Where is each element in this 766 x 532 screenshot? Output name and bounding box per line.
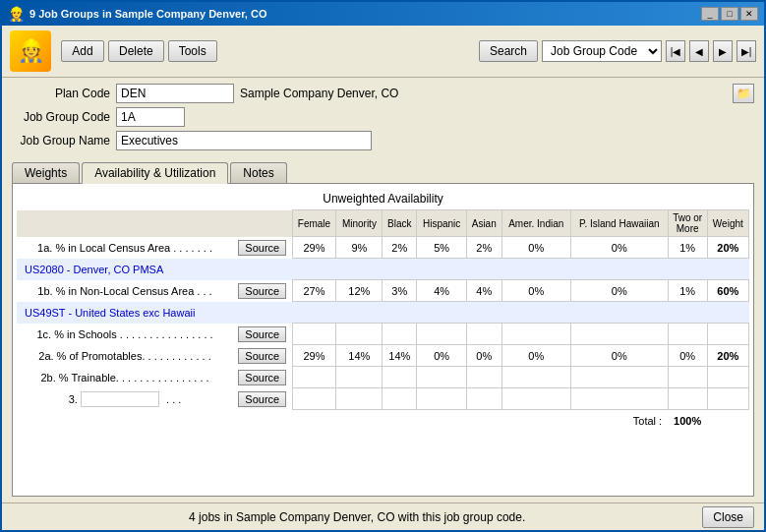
plan-code-row: Plan Code Sample Company Denver, CO 📁 — [12, 84, 754, 103]
row-2a-source-cell: Source — [233, 345, 292, 367]
row-2a-amer-indian: 0% — [501, 345, 570, 367]
row-1a-black: 2% — [383, 237, 417, 259]
plan-code-input[interactable] — [116, 84, 234, 103]
app-icon: 👷 — [10, 30, 51, 72]
row-1a-amer-indian: 0% — [501, 237, 570, 259]
plan-name-text: Sample Company Denver, CO — [240, 87, 398, 100]
total-value: 100% — [668, 410, 707, 432]
toolbar-right: Search Job Group Code Job Group Name |◀ … — [479, 40, 756, 62]
col-female: Female — [292, 210, 336, 237]
row-1a-label: 1a. % in Local Census Area . . . . . . . — [17, 237, 233, 259]
close-window-button[interactable]: ✕ — [740, 7, 758, 21]
nav-prev-button[interactable]: ◀ — [689, 40, 709, 62]
row-1a-source-cell: Source — [233, 237, 292, 259]
row-2a-black: 14% — [383, 345, 417, 367]
col-asian: Asian — [466, 210, 501, 237]
row-1c-female — [292, 324, 336, 345]
tab-availability-utilization[interactable]: Availability & Utilization — [82, 162, 228, 184]
row-3-text-input[interactable] — [81, 391, 159, 407]
row-2b-label: 2b. % Trainable. . . . . . . . . . . . .… — [17, 367, 233, 388]
nav-first-button[interactable]: |◀ — [666, 40, 685, 62]
row-1a-minority: 9% — [336, 237, 383, 259]
delete-button[interactable]: Delete — [108, 40, 164, 62]
row-2b-two-or-more — [668, 367, 707, 388]
search-button[interactable]: Search — [479, 40, 538, 62]
job-group-code-input[interactable] — [116, 107, 185, 127]
nav-last-button[interactable]: ▶| — [737, 40, 756, 62]
col-p-island: P. Island Hawaiian — [570, 210, 668, 237]
job-group-name-input[interactable] — [116, 131, 372, 150]
row-1b-asian: 4% — [466, 280, 501, 302]
row-3-label: 3. . . . — [17, 388, 233, 410]
folder-icon[interactable]: 📁 — [733, 84, 754, 103]
col-amer-indian: Amer. Indian — [501, 210, 570, 237]
row-1c-source-button[interactable]: Source — [238, 326, 286, 342]
job-group-name-label: Job Group Name — [12, 134, 110, 148]
status-text: 4 jobs in Sample Company Denver, CO with… — [12, 510, 702, 524]
row-2b-black — [383, 367, 417, 388]
subrow-1b-text: US49ST - United States exc Hawaii — [17, 302, 749, 324]
table-row: 1b. % in Non-Local Census Area . . . Sou… — [17, 280, 749, 302]
row-1c-two-or-more — [668, 324, 707, 345]
col-weight: Weight — [707, 210, 748, 237]
close-button[interactable]: Close — [702, 506, 754, 528]
row-1a-asian: 2% — [466, 237, 501, 259]
row-2b-p-island — [570, 367, 668, 388]
availability-table: Female Minority Black Hispanic Asian Ame… — [17, 209, 749, 432]
row-2a-hispanic: 0% — [417, 345, 467, 367]
row-1b-two-or-more: 1% — [668, 280, 707, 302]
row-1b-source-button[interactable]: Source — [238, 283, 286, 299]
tools-button[interactable]: Tools — [168, 40, 217, 62]
row-2b-source-button[interactable]: Source — [238, 370, 286, 385]
row-1c-minority — [336, 324, 383, 345]
maximize-button[interactable]: □ — [721, 7, 738, 21]
row-3-weight — [707, 388, 748, 410]
row-3-amer-indian — [501, 388, 570, 410]
row-2a-source-button[interactable]: Source — [238, 348, 286, 364]
row-2a-two-or-more: 0% — [668, 345, 707, 367]
row-2a-female: 29% — [292, 345, 336, 367]
nav-next-button[interactable]: ▶ — [713, 40, 733, 62]
col-black: Black — [383, 210, 417, 237]
tab-content: Unweighted Availability Female Minority … — [12, 184, 754, 497]
titlebar: 👷 9 Job Groups in Sample Company Denver,… — [2, 2, 764, 26]
row-3-minority — [336, 388, 383, 410]
plan-code-label: Plan Code — [12, 87, 110, 100]
row-1b-amer-indian: 0% — [501, 280, 570, 302]
row-1c-amer-indian — [501, 324, 570, 345]
table-container: Unweighted Availability Female Minority … — [13, 184, 753, 496]
add-button[interactable]: Add — [61, 40, 104, 62]
row-1b-weight: 60% — [707, 280, 748, 302]
row-1a-hispanic: 5% — [417, 237, 467, 259]
total-label: Total : — [633, 415, 662, 427]
row-2b-hispanic — [417, 367, 467, 388]
row-2b-asian — [466, 367, 501, 388]
row-1c-label: 1c. % in Schools . . . . . . . . . . . .… — [17, 324, 233, 345]
row-2b-weight — [707, 367, 748, 388]
row-1c-weight — [707, 324, 748, 345]
row-1c-black — [383, 324, 417, 345]
subrow-1a-text: US2080 - Denver, CO PMSA — [17, 259, 749, 280]
search-combo[interactable]: Job Group Code Job Group Name — [542, 40, 662, 62]
row-2b-amer-indian — [501, 367, 570, 388]
row-1b-female: 27% — [292, 280, 336, 302]
row-3-source-cell: Source — [233, 388, 292, 410]
row-1a-weight: 20% — [707, 237, 748, 259]
search-combo-select[interactable]: Job Group Code Job Group Name — [543, 41, 661, 61]
job-group-code-row: Job Group Code — [12, 107, 754, 127]
row-1b-hispanic: 4% — [417, 280, 467, 302]
row-1b-source-cell: Source — [233, 280, 292, 302]
row-3-two-or-more — [668, 388, 707, 410]
row-2a-asian: 0% — [466, 345, 501, 367]
minimize-button[interactable]: _ — [701, 7, 719, 21]
row-1a-source-button[interactable]: Source — [238, 240, 286, 256]
row-1a-two-or-more: 1% — [668, 237, 707, 259]
row-3-p-island — [570, 388, 668, 410]
row-1b-p-island: 0% — [570, 280, 668, 302]
tab-weights[interactable]: Weights — [12, 162, 80, 183]
row-2a-minority: 14% — [336, 345, 383, 367]
section-header: Unweighted Availability — [17, 188, 749, 209]
tab-notes[interactable]: Notes — [230, 162, 286, 183]
row-1c-hispanic — [417, 324, 467, 345]
row-3-source-button[interactable]: Source — [238, 391, 286, 407]
